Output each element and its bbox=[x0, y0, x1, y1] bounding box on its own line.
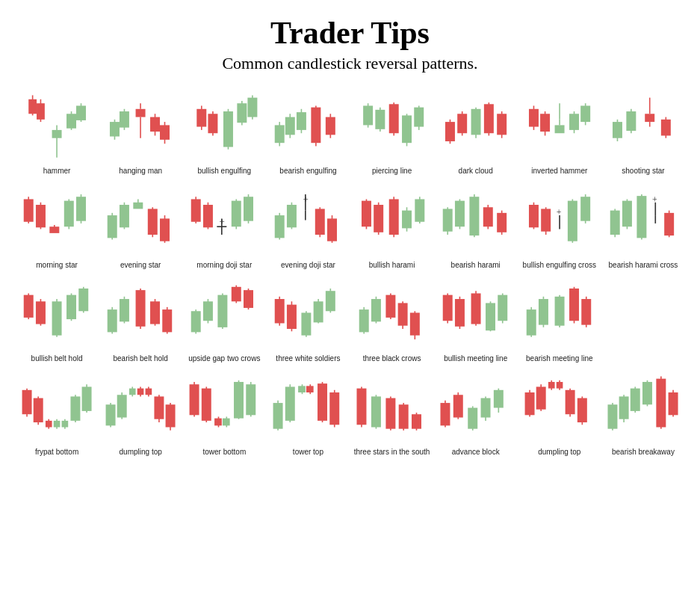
label-piercing-line: piercing line bbox=[372, 167, 412, 176]
svg-rect-153 bbox=[580, 197, 590, 221]
svg-rect-37 bbox=[297, 112, 306, 130]
svg-rect-49 bbox=[402, 115, 412, 143]
svg-rect-288 bbox=[356, 389, 366, 425]
svg-rect-270 bbox=[223, 419, 230, 426]
svg-rect-74 bbox=[613, 122, 622, 138]
svg-rect-97 bbox=[133, 203, 143, 209]
svg-rect-89 bbox=[64, 201, 74, 227]
svg-rect-184 bbox=[162, 309, 172, 332]
svg-rect-157 bbox=[622, 201, 632, 227]
svg-rect-29 bbox=[238, 103, 247, 123]
svg-rect-198 bbox=[287, 304, 297, 328]
svg-rect-41 bbox=[326, 117, 335, 135]
svg-rect-47 bbox=[388, 104, 398, 133]
svg-rect-176 bbox=[108, 309, 117, 332]
svg-rect-244 bbox=[62, 421, 69, 428]
pattern-evening-doji-star: + evening doji star bbox=[266, 182, 350, 272]
svg-rect-129 bbox=[388, 200, 398, 235]
svg-rect-67 bbox=[554, 125, 564, 133]
svg-rect-282 bbox=[306, 386, 314, 392]
svg-rect-61 bbox=[497, 114, 507, 135]
svg-rect-53 bbox=[445, 122, 455, 141]
svg-rect-236 bbox=[22, 390, 32, 414]
label-bullish-engulfing: bullish engulfing bbox=[197, 167, 251, 176]
svg-rect-228 bbox=[539, 299, 548, 325]
svg-rect-105 bbox=[203, 205, 213, 227]
pattern-three-black-crows: three black crows bbox=[350, 276, 434, 366]
svg-text:+: + bbox=[220, 216, 225, 227]
svg-rect-308 bbox=[524, 392, 534, 415]
svg-rect-212 bbox=[397, 303, 407, 325]
label-advance-block: advance block bbox=[452, 448, 500, 457]
svg-rect-57 bbox=[471, 109, 480, 135]
svg-rect-190 bbox=[218, 294, 228, 327]
svg-rect-174 bbox=[78, 289, 88, 311]
svg-rect-292 bbox=[385, 398, 395, 429]
svg-rect-300 bbox=[453, 395, 462, 417]
svg-rect-320 bbox=[607, 404, 617, 428]
pattern-bullish-engulfing: bullish engulfing bbox=[182, 88, 266, 179]
pattern-piercing-line: piercing line bbox=[350, 88, 434, 179]
svg-rect-182 bbox=[150, 301, 160, 324]
svg-rect-121 bbox=[315, 209, 325, 235]
pattern-three-white-soldiers: three white soldiers bbox=[266, 276, 350, 366]
svg-rect-326 bbox=[642, 382, 652, 404]
svg-rect-101 bbox=[160, 219, 170, 241]
pattern-hammer: hammer bbox=[15, 88, 99, 179]
pattern-tower-bottom: tower bottom bbox=[182, 369, 266, 460]
svg-rect-76 bbox=[626, 111, 636, 131]
svg-rect-23 bbox=[197, 109, 207, 127]
svg-rect-164 bbox=[664, 213, 674, 235]
svg-rect-276 bbox=[273, 403, 283, 429]
svg-rect-232 bbox=[569, 289, 579, 321]
svg-rect-330 bbox=[668, 392, 678, 415]
svg-rect-21 bbox=[160, 125, 170, 139]
svg-rect-202 bbox=[314, 301, 323, 322]
page-title: Trader Tips bbox=[15, 15, 685, 51]
svg-rect-14 bbox=[120, 111, 129, 128]
pattern-bearish-engulfing: bearish engulfing bbox=[266, 88, 350, 179]
svg-rect-204 bbox=[326, 291, 335, 311]
svg-rect-328 bbox=[656, 379, 666, 428]
svg-rect-248 bbox=[82, 386, 92, 410]
svg-rect-170 bbox=[52, 301, 62, 335]
svg-rect-59 bbox=[484, 104, 494, 133]
svg-rect-226 bbox=[526, 309, 536, 336]
svg-rect-268 bbox=[214, 419, 222, 426]
label-bearish-breakaway: bearish breakaway bbox=[612, 448, 675, 457]
page-subtitle: Common candlestick reversal patterns. bbox=[15, 54, 685, 73]
pattern-dumpling-top-2: dumpling top bbox=[518, 369, 601, 460]
svg-rect-194 bbox=[244, 290, 253, 308]
svg-rect-266 bbox=[202, 389, 211, 421]
pattern-evening-star: evening star bbox=[99, 182, 182, 272]
svg-rect-116 bbox=[287, 205, 297, 227]
label-evening-doji-star: evening doji star bbox=[281, 261, 335, 270]
svg-rect-296 bbox=[412, 414, 421, 428]
svg-rect-262 bbox=[166, 404, 176, 427]
svg-rect-93 bbox=[108, 215, 117, 238]
svg-rect-240 bbox=[46, 421, 52, 428]
svg-rect-135 bbox=[442, 209, 452, 232]
svg-rect-316 bbox=[565, 390, 574, 414]
svg-rect-220 bbox=[471, 293, 480, 324]
label-bearish-harami: bearish harami bbox=[451, 261, 501, 270]
label-tower-top: tower top bbox=[293, 448, 323, 457]
svg-rect-256 bbox=[137, 389, 144, 395]
label-shooting-star: shooting star bbox=[622, 167, 664, 176]
label-dumpling-top-1: dumpling top bbox=[120, 448, 162, 457]
svg-rect-1 bbox=[28, 99, 37, 114]
svg-rect-87 bbox=[49, 227, 59, 234]
label-bullish-belt-hold: bullish belt hold bbox=[31, 354, 83, 363]
pattern-bullish-engulfing-cross: + bullish engulfing cross bbox=[518, 182, 601, 272]
pattern-bearish-belt-hold: bearish belt hold bbox=[99, 276, 182, 366]
svg-rect-216 bbox=[442, 294, 452, 321]
pattern-bullish-meeting-line: bullish meeting line bbox=[434, 276, 518, 366]
pattern-three-stars-south: three stars in the south bbox=[350, 369, 434, 460]
svg-rect-258 bbox=[146, 389, 152, 395]
pattern-inverted-hammer: inverted hammer bbox=[518, 88, 601, 179]
svg-rect-210 bbox=[385, 294, 395, 317]
pattern-dumpling-top-1: dumpling top bbox=[99, 369, 182, 460]
svg-rect-5 bbox=[52, 130, 62, 138]
svg-rect-159 bbox=[636, 196, 646, 238]
svg-rect-114 bbox=[275, 215, 285, 238]
